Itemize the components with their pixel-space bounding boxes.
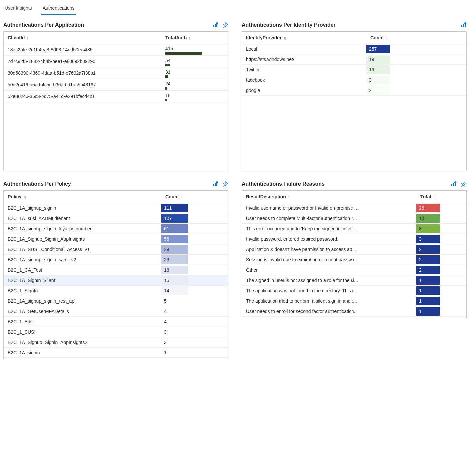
col-total[interactable]: Total↑↓ (416, 191, 466, 203)
col-count[interactable]: Count↑↓ (366, 32, 466, 44)
cell-label: The signed in user is not assigned to a … (242, 275, 416, 286)
table-row[interactable]: User needs to complete Multi-factor auth… (242, 213, 466, 224)
table-row[interactable]: B2C_1_Edit4 (4, 317, 228, 327)
logs-icon[interactable] (461, 22, 467, 28)
cell-value: 16 (161, 265, 228, 275)
table-per-policy: Policy↑↓ Count↑↓ B2C_1A_signup_signin111… (4, 191, 228, 358)
col-count[interactable]: Count↑↓ (161, 191, 228, 203)
table-row[interactable]: 50d2c416-a5ad-4c5c-b36a-0d1ac5b4816724 (4, 79, 228, 91)
table-row[interactable]: Invalid password, entered expired passwo… (242, 234, 466, 244)
table-row[interactable]: B2C_1A_signup_signin_saml_v223 (4, 255, 228, 265)
table-row[interactable]: B2C_1A_signup_signin111 (4, 203, 228, 213)
cell-value: 23 (161, 255, 228, 265)
cell-totalauth: 18 (161, 91, 228, 102)
cell-label: The application tried to perform a silen… (242, 296, 416, 306)
cell-label: Invalid password, entered expired passwo… (242, 234, 416, 244)
table-row[interactable]: B2C_1A_SignIn_Silent15 (4, 275, 228, 286)
table-row[interactable]: The application tried to perform a silen… (242, 296, 466, 306)
cell-label: B2C_1_SUSI (4, 327, 161, 337)
table-row[interactable]: Other2 (242, 265, 466, 275)
cell-value: 111 (161, 203, 228, 213)
svg-rect-0 (213, 25, 214, 27)
cell-label: B2C_1A_susi_AADMutitenant (4, 213, 161, 224)
table-row[interactable]: User needs to enroll for second factor a… (242, 306, 466, 317)
table-row[interactable]: 7d7c92f5-1882-4b4b-bee1-e80692b0929054 (4, 56, 228, 67)
table-row[interactable]: 30d58390-4369-4daa-b51d-e7602a7f38b131 (4, 67, 228, 79)
sort-icon: ↑↓ (181, 195, 183, 199)
table-row[interactable]: B2C_1A_Signup_Signin_AppInsights56 (4, 234, 228, 244)
table-row[interactable]: The signed in user is not assigned to a … (242, 275, 466, 286)
cell-label: User needs to enroll for second factor a… (242, 306, 416, 317)
cell-value: 1 (416, 275, 466, 286)
svg-point-15 (454, 181, 456, 183)
card-per-application: ClientId↑↓ TotalAuth↑↓ 18ac2afe-2c1f-4ea… (3, 31, 228, 171)
table-row[interactable]: The application was not found in the dir… (242, 286, 466, 296)
table-row[interactable]: This error occurred due to 'Keep me sign… (242, 224, 466, 234)
pin-icon[interactable] (222, 181, 228, 187)
table-row[interactable]: B2C_1_SUSI3 (4, 327, 228, 337)
cell-clientid: 50d2c416-a5ad-4c5c-b36a-0d1ac5b48167 (4, 79, 161, 91)
tab-user-insights[interactable]: User Insights (3, 3, 33, 14)
cell-label: Local (242, 44, 366, 54)
cell-value: 1 (416, 306, 466, 317)
table-per-application: ClientId↑↓ TotalAuth↑↓ 18ac2afe-2c1f-4ea… (4, 32, 228, 102)
cell-label: User needs to complete Multi-factor auth… (242, 213, 416, 224)
cell-value: 2 (416, 265, 466, 275)
table-row[interactable]: facebook3 (242, 75, 466, 85)
table-row[interactable]: Invalid username or password or Invalid … (242, 203, 466, 213)
logs-icon[interactable] (212, 22, 218, 28)
table-row[interactable]: B2C_1A_signin1 (4, 348, 228, 358)
table-row[interactable]: google2 (242, 85, 466, 96)
cell-label: B2C_1A_signup_signin_loyality_number (4, 224, 161, 234)
cell-label: B2C_1_CA_Test (4, 265, 161, 275)
cell-totalauth: 54 (161, 56, 228, 67)
table-row[interactable]: 52e802c6-35c3-4d75-a41d-e291bfecd4b118 (4, 91, 228, 102)
table-row[interactable]: Local257 (242, 44, 466, 54)
table-row[interactable]: B2C_1A_GetUserMFADetails4 (4, 306, 228, 317)
table-row[interactable]: B2C_1_CA_Test16 (4, 265, 228, 275)
cell-label: B2C_1_SignIn (4, 286, 161, 296)
table-row[interactable]: Twitter19 (242, 65, 466, 75)
col-policy[interactable]: Policy↑↓ (4, 191, 161, 203)
col-clientid[interactable]: ClientId↑↓ (4, 32, 161, 44)
table-row[interactable]: B2C_1A_Signup_Signin_AppInsights23 (4, 337, 228, 348)
cell-value: 19 (366, 65, 466, 75)
table-row[interactable]: B2C_1A_signup_signin_rest_api5 (4, 296, 228, 306)
panel-title: Authentications Failure Reasons (242, 181, 325, 187)
logs-icon[interactable] (212, 181, 218, 187)
cell-value: 8 (416, 224, 466, 234)
cell-value: 3 (161, 327, 228, 337)
tab-authentications[interactable]: Authentications (41, 3, 76, 14)
logs-icon[interactable] (451, 181, 457, 187)
sort-icon: ↑↓ (386, 36, 388, 40)
svg-point-7 (464, 22, 466, 24)
table-row[interactable]: B2C_1A_SUSI_Conditional_Access_v139 (4, 244, 228, 255)
cell-label: https://sts.windows.net/ (242, 54, 366, 65)
cell-value: 107 (161, 213, 228, 224)
col-totalauth[interactable]: TotalAuth↑↓ (161, 32, 228, 44)
table-row[interactable]: Session is invalid due to expiration or … (242, 255, 466, 265)
cell-value: 5 (161, 296, 228, 306)
dashboard-grid: Authentications Per Application ClientId… (3, 22, 467, 359)
col-idp[interactable]: IdentityProvider↑↓ (242, 32, 366, 44)
svg-point-11 (216, 181, 218, 183)
col-result-description[interactable]: ResultDescription↑↓ (242, 191, 416, 203)
table-row[interactable]: 18ac2afe-2c1f-4ea8-8d63-14dd50ee4f85415 (4, 44, 228, 56)
cell-value: 2 (366, 85, 466, 96)
table-failure-reasons: ResultDescription↑↓ Total↑↓ Invalid user… (242, 191, 466, 317)
cell-label: B2C_1A_signup_signin (4, 203, 161, 213)
table-row[interactable]: B2C_1_SignIn14 (4, 286, 228, 296)
table-row[interactable]: B2C_1A_susi_AADMutitenant107 (4, 213, 228, 224)
cell-clientid: 30d58390-4369-4daa-b51d-e7602a7f38b1 (4, 67, 161, 79)
cell-label: The application was not found in the dir… (242, 286, 416, 296)
table-row[interactable]: https://sts.windows.net/19 (242, 54, 466, 65)
pin-icon[interactable] (461, 181, 467, 187)
panel-title: Authentications Per Policy (3, 181, 71, 187)
pin-icon[interactable] (222, 22, 228, 28)
panel-per-idp: Authentications Per Identity Provider Id… (242, 22, 467, 171)
table-row[interactable]: Application X doesn't have permission to… (242, 244, 466, 255)
cell-totalauth: 31 (161, 67, 228, 79)
cell-label: google (242, 85, 366, 96)
card-per-idp: IdentityProvider↑↓ Count↑↓ Local257https… (242, 31, 467, 171)
table-row[interactable]: B2C_1A_signup_signin_loyality_number61 (4, 224, 228, 234)
